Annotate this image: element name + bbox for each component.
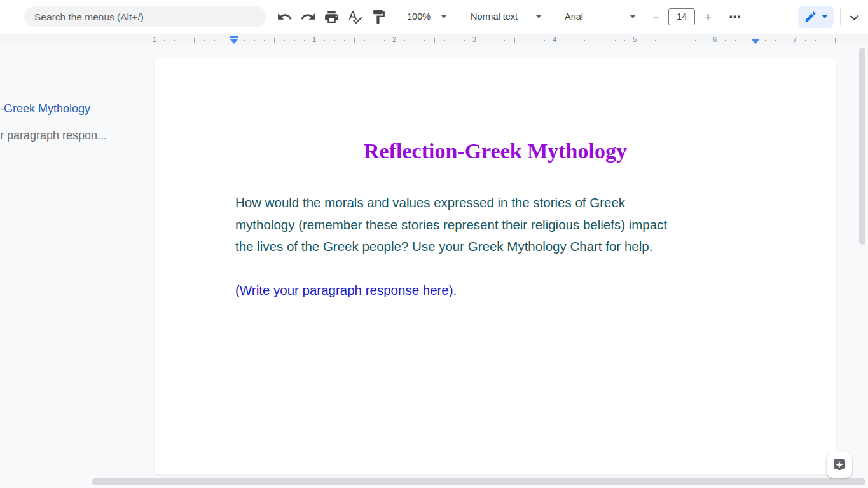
ruler-tick <box>184 40 184 41</box>
ruler-tick <box>344 40 345 41</box>
paragraph-style-select[interactable]: Normal text <box>471 0 518 34</box>
ruler-tick <box>785 40 785 41</box>
ruler-tick <box>464 40 465 41</box>
paragraph-line: How would the morals and values expresse… <box>235 192 763 214</box>
explore-button[interactable] <box>827 452 852 478</box>
paragraph-line: mythology (remember these stories repres… <box>235 214 763 236</box>
ruler-tick <box>164 40 165 41</box>
undo-icon[interactable] <box>277 9 293 25</box>
ruler-tick <box>424 40 425 41</box>
ruler-number: 3 <box>471 34 478 46</box>
outline-item-heading[interactable]: -Greek Mythology <box>0 102 90 116</box>
ruler-tick <box>224 40 224 41</box>
mode-caret-icon <box>822 15 827 18</box>
pencil-icon <box>804 10 817 24</box>
empty-line <box>235 258 763 280</box>
ruler-tick <box>755 38 755 43</box>
search-input[interactable] <box>24 6 266 27</box>
font-size-input[interactable]: 14 <box>668 8 695 25</box>
right-indent-marker[interactable] <box>751 39 760 44</box>
spell-check-icon[interactable] <box>347 9 363 25</box>
ruler-tick <box>645 40 645 41</box>
ruler-tick <box>685 40 685 41</box>
ruler-tick <box>584 40 585 41</box>
ruler-tick <box>565 40 565 41</box>
ruler-tick <box>434 38 435 43</box>
toolbar-divider <box>551 8 551 25</box>
ruler-tick <box>304 40 305 41</box>
toolbar: 100% Normal text Arial − 14 + ⋯ <box>0 0 868 34</box>
font-select[interactable]: Arial <box>565 0 583 34</box>
ruler-tick <box>415 40 415 41</box>
paragraph-line: the lives of the Greek people? Use your … <box>235 236 763 258</box>
ruler-tick <box>254 40 255 41</box>
ruler-tick <box>174 40 175 41</box>
ruler-number: 1 <box>151 34 158 46</box>
ruler-tick <box>605 40 605 41</box>
ruler-tick <box>444 40 445 41</box>
ruler-tick <box>624 40 625 41</box>
ruler-tick <box>695 40 696 41</box>
print-icon[interactable] <box>324 9 340 25</box>
sparkle-bubble-icon <box>832 458 847 473</box>
document-body-text: How would the morals and values expresse… <box>235 192 763 302</box>
ruler-tick <box>274 38 275 43</box>
ruler-number: 5 <box>631 34 638 46</box>
redo-icon[interactable] <box>300 9 316 25</box>
ruler-tick <box>514 38 515 43</box>
ruler-tick <box>825 40 825 41</box>
decrease-font-size-button[interactable]: − <box>652 0 659 34</box>
first-line-indent-marker[interactable] <box>230 36 238 38</box>
ruler-tick <box>244 40 245 41</box>
ruler-tick <box>655 40 656 41</box>
more-options-button[interactable]: ⋯ <box>729 0 742 34</box>
ruler-tick <box>595 38 595 43</box>
ruler-tick <box>455 40 455 41</box>
left-indent-marker[interactable] <box>230 39 238 44</box>
ruler-number: 2 <box>390 34 398 46</box>
document-canvas: -Greek Mythology r paragraph respon... R… <box>0 45 868 488</box>
hide-menus-chevron-icon[interactable] <box>846 9 862 25</box>
ruler-tick <box>485 40 485 41</box>
ruler-tick <box>675 38 675 43</box>
paint-format-icon[interactable] <box>371 9 387 25</box>
toolbar-divider <box>645 8 645 25</box>
style-caret-icon[interactable] <box>536 15 541 18</box>
ruler-tick <box>835 38 836 43</box>
ruler-tick <box>805 40 806 41</box>
toolbar-divider <box>457 8 457 25</box>
increase-font-size-button[interactable]: + <box>705 0 712 34</box>
ruler-tick <box>705 40 705 41</box>
outline-item-paragraph[interactable]: r paragraph respon... <box>0 129 107 142</box>
ruler-tick <box>544 40 545 41</box>
document-page[interactable]: Reflection-Greek Mythology How would the… <box>155 58 836 475</box>
ruler-tick <box>745 40 745 41</box>
ruler-tick <box>404 40 405 41</box>
document-title: Reflection-Greek Mythology <box>155 139 836 163</box>
font-caret-icon[interactable] <box>630 15 635 18</box>
editing-mode-button[interactable] <box>798 6 834 28</box>
ruler-tick <box>525 40 525 41</box>
zoom-select[interactable]: 100% <box>407 0 431 34</box>
ruler-tick <box>665 40 665 41</box>
ruler-tick <box>815 40 816 41</box>
ruler-tick <box>765 40 766 41</box>
horizontal-scrollbar[interactable] <box>92 478 865 485</box>
ruler-tick <box>384 40 385 41</box>
ruler-tick <box>375 40 375 41</box>
toolbar-divider <box>840 8 841 25</box>
ruler-tick <box>775 40 776 41</box>
ruler-tick <box>504 40 505 41</box>
ruler-tick <box>204 40 205 41</box>
ruler[interactable]: 11234567 <box>0 34 868 45</box>
vertical-scrollbar[interactable] <box>859 48 865 245</box>
ruler-tick <box>324 40 325 41</box>
ruler-tick <box>354 38 355 43</box>
ruler-tick <box>334 40 335 41</box>
ruler-tick <box>725 40 726 41</box>
ruler-tick <box>495 40 495 41</box>
response-prompt-line: (Write your paragraph response here). <box>235 280 763 302</box>
ruler-tick <box>214 40 215 41</box>
ruler-tick <box>735 40 736 41</box>
zoom-caret-icon[interactable] <box>441 15 446 18</box>
